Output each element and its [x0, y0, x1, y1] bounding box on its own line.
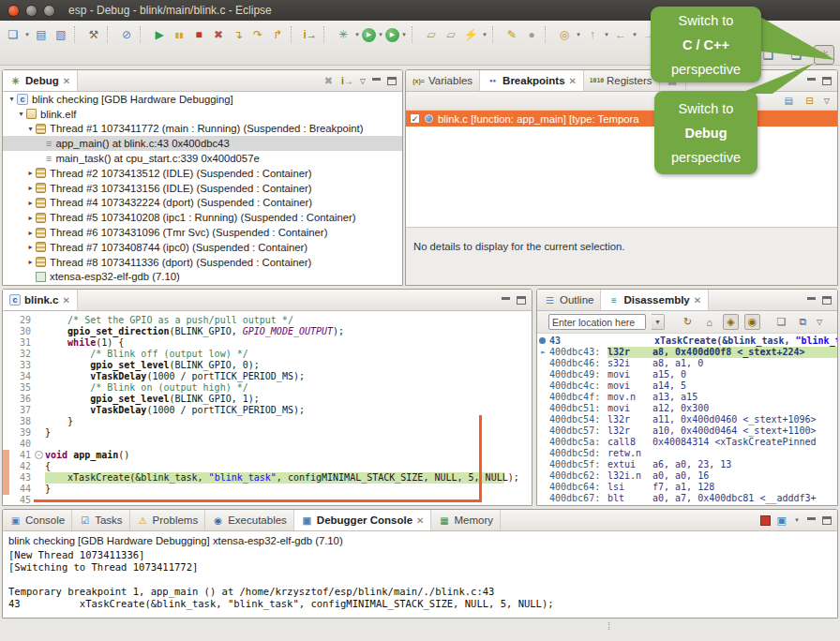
expander-closed-icon[interactable]: ▸ [25, 229, 36, 237]
tab-debugger-console[interactable]: ▣Debugger Console✕ [294, 510, 432, 530]
skip-all-breakpoints-button[interactable]: ⊘ [117, 25, 136, 44]
show-breakpoints-icon[interactable]: ▤ [783, 96, 795, 107]
refresh-icon[interactable]: ↻ [680, 314, 696, 330]
debug-tree-row[interactable]: ▸Thread #7 1073408744 (ipc0) (Suspended … [3, 240, 402, 255]
new-wizard-button[interactable]: ❏ [4, 25, 22, 44]
sync-icon[interactable]: ◈ [723, 314, 739, 330]
minimize-icon[interactable] [372, 77, 381, 84]
dropdown-caret-icon[interactable]: ▾ [400, 31, 408, 38]
dropdown-caret-icon[interactable]: ▾ [603, 31, 610, 38]
build-button[interactable]: ⚒ [84, 25, 103, 44]
maximize-icon[interactable] [822, 77, 832, 85]
track-expression-icon[interactable]: ◉ [744, 314, 760, 330]
tab-breakpoints[interactable]: ●●Breakpoints✕ [480, 70, 584, 91]
dropdown-caret-icon[interactable]: ▾ [23, 31, 31, 38]
display-console-icon[interactable]: ▣ [777, 514, 787, 527]
code-editor[interactable]: 29 /* Set the GPIO as a push/pull output… [3, 311, 532, 506]
view-menu-icon[interactable]: ▽ [824, 97, 830, 105]
debug-config-button[interactable]: ✳ [334, 25, 352, 44]
expander-closed-icon[interactable]: ▸ [25, 214, 36, 222]
minimize-icon[interactable] [807, 296, 816, 304]
maximize-icon[interactable] [822, 516, 832, 525]
instruction-stepping-icon[interactable]: i→ [341, 75, 353, 86]
expander-closed-icon[interactable]: ▸ [25, 199, 36, 207]
cpp-perspective-button[interactable]: ❏ [786, 45, 806, 65]
pin-button[interactable]: ◎ [555, 25, 574, 44]
location-dropdown-icon[interactable]: ▼ [652, 314, 665, 330]
close-icon[interactable]: ✕ [63, 76, 70, 86]
tab-debug[interactable]: ✳ Debug ✕ [3, 70, 78, 91]
format-button[interactable]: ✎ [502, 25, 521, 44]
last-edit-location-button[interactable]: ↑ [583, 25, 602, 44]
run-button[interactable]: ▶ [362, 28, 376, 42]
view-menu-icon[interactable]: ▽ [817, 318, 822, 326]
home-icon[interactable]: ⌂ [701, 314, 717, 330]
window-close-button[interactable] [8, 5, 20, 17]
profile-button[interactable]: ▶ [385, 28, 399, 42]
tab-registers[interactable]: 1010Registers [584, 70, 660, 91]
window-minimize-button[interactable] [25, 5, 38, 17]
expander-open-icon[interactable]: ▾ [16, 110, 26, 118]
window-maximize-button[interactable] [43, 5, 55, 17]
expander-closed-icon[interactable]: ▸ [25, 184, 36, 192]
debug-tree[interactable]: ▾cblink checking [GDB Hardware Debugging… [3, 92, 402, 284]
debug-perspective-button[interactable]: ✳ [814, 45, 834, 65]
debug-tree-row[interactable]: ▸Thread #3 1073413156 (IDLE) (Suspended … [3, 181, 402, 196]
new-view-icon[interactable]: ❏ [773, 314, 789, 330]
step-over-button[interactable]: ↷ [248, 25, 267, 44]
tab-tasks[interactable]: ☑Tasks [72, 510, 129, 530]
dropdown-caret-icon[interactable]: ▾ [377, 31, 384, 38]
tab-console[interactable]: ▣Console [3, 510, 72, 530]
step-return-button[interactable]: ↱ [268, 25, 287, 44]
location-input[interactable] [548, 314, 646, 330]
save-button[interactable]: ▤ [32, 25, 51, 44]
dropdown-caret-icon[interactable]: ▾ [353, 31, 361, 38]
tab-disassembly[interactable]: ≡Disassembly✕ [601, 290, 709, 310]
dropdown-caret-icon[interactable]: ▾ [481, 31, 488, 38]
maximize-icon[interactable] [387, 77, 397, 85]
maximize-icon[interactable] [517, 296, 526, 305]
disconnect-button[interactable]: ✖ [209, 25, 228, 44]
close-icon[interactable]: ✕ [569, 76, 577, 86]
toggle-mark-button[interactable]: ● [522, 25, 541, 44]
terminate-button[interactable]: ■ [189, 25, 208, 44]
debug-tree-row[interactable]: ▸Thread #8 1073411336 (dport) (Suspended… [3, 255, 402, 270]
fold-collapse-icon[interactable]: - [35, 451, 43, 459]
expander-open-icon[interactable]: ▾ [25, 125, 36, 133]
terminate-icon[interactable] [760, 515, 771, 526]
breakpoint-row[interactable]: ✓ blink.c [function: app_main] [type: Te… [406, 111, 837, 127]
view-menu-icon[interactable]: ▽ [360, 77, 366, 85]
suspend-button[interactable]: ▮▮ [170, 25, 188, 44]
flash-button[interactable]: ⚡ [461, 25, 480, 44]
tab-memory[interactable]: ▦Memory [431, 510, 501, 530]
open-folder-button[interactable]: ▱ [422, 25, 441, 44]
tab-blink-c[interactable]: c blink.c ✕ [3, 290, 78, 310]
disassembly-listing[interactable]: 43xTaskCreate(&blink_task, "blink_tas►40… [537, 334, 837, 506]
debug-tree-row[interactable]: xtensa-esp32-elf-gdb (7.10) [3, 270, 402, 285]
debug-tree-row[interactable]: ▸Thread #2 1073413512 (IDLE) (Suspended … [3, 166, 402, 181]
open-resource-button[interactable]: ▱ [442, 25, 460, 44]
minimize-icon[interactable] [502, 296, 510, 304]
tab-outline[interactable]: ☰Outline [537, 290, 601, 310]
save-all-button[interactable]: ▧ [52, 25, 70, 44]
debug-tree-row[interactable]: ▸Thread #5 1073410208 (ipc1 : Running) (… [3, 210, 402, 225]
debug-tree-row[interactable]: ▾blink.elf [3, 107, 402, 122]
debug-tree-row[interactable]: ▸Thread #6 1073431096 (Tmr Svc) (Suspend… [3, 225, 402, 240]
debug-tree-row[interactable]: ▾cblink checking [GDB Hardware Debugging… [3, 92, 402, 107]
console-output[interactable]: [New Thread 1073411336][Switching to Thr… [3, 548, 837, 611]
tab-problems[interactable]: ⚠Problems [130, 510, 206, 530]
tab-executables[interactable]: ◉Executables [205, 510, 294, 530]
resume-button[interactable]: ▶ [150, 25, 169, 44]
dropdown-caret-icon[interactable]: ▾ [631, 31, 638, 38]
dropdown-caret-icon[interactable]: ▾ [575, 31, 582, 38]
instruction-stepping-button[interactable]: i→ [301, 25, 320, 44]
splitter-grip[interactable]: ⁞ [608, 620, 610, 632]
close-icon[interactable]: ✕ [694, 295, 701, 306]
remove-terminated-icon[interactable]: ✖ [322, 75, 335, 86]
collapse-all-icon[interactable]: ⊟ [803, 96, 816, 107]
maximize-icon[interactable] [822, 296, 832, 305]
debug-tree-row[interactable]: ▾Thread #1 1073411772 (main : Running) (… [3, 122, 402, 137]
expander-open-icon[interactable]: ▾ [7, 95, 17, 103]
close-icon[interactable]: ✕ [62, 295, 69, 306]
tab-variables[interactable]: (x)=Variables [406, 70, 480, 91]
